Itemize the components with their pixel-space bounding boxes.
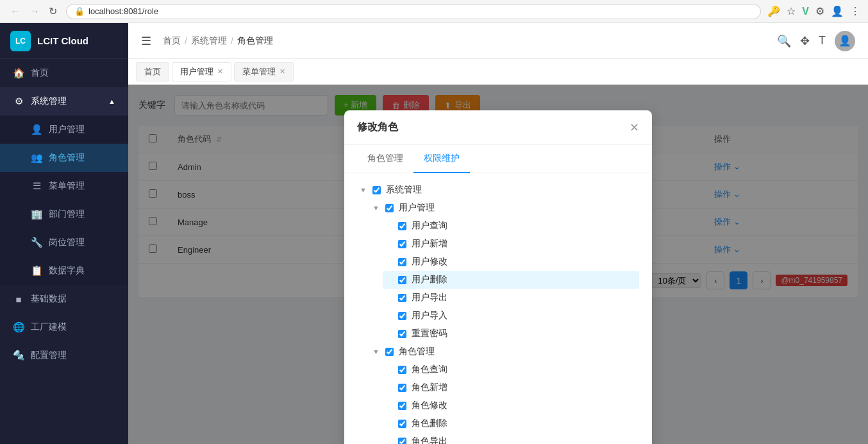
sidebar-item-menu-mgmt[interactable]: ☰ 菜单管理 [0, 172, 128, 200]
tree-checkbox[interactable] [398, 294, 406, 302]
tree-item-user-mgmt: ▼ 用户管理 [370, 199, 639, 217]
dept-icon: 🏢 [31, 209, 42, 220]
sidebar-logo: LC LCIT Cloud [0, 23, 128, 59]
factory-icon: 🌐 [13, 321, 24, 333]
basic-data-icon: ■ [13, 294, 24, 305]
sidebar-item-data-dict[interactable]: 📋 数据字典 [0, 257, 128, 285]
tree-item-user-export: 用户导出 [383, 289, 639, 307]
breadcrumb-home[interactable]: 首页 [163, 35, 181, 47]
breadcrumb-sep-1: / [185, 36, 187, 46]
tree-item-role-delete: 角色删除 [383, 414, 639, 432]
sidebar-item-label: 工厂建模 [31, 321, 67, 333]
logo-abbr: LC [15, 37, 26, 46]
tab-menu-mgmt-close[interactable]: ✕ [280, 67, 285, 76]
browser-icons: 🔑 ☆ V ⚙ 👤 ⋮ [767, 5, 860, 17]
config-icon: 🔩 [13, 350, 24, 361]
sidebar-item-label: 部门管理 [49, 209, 85, 220]
menu-icon[interactable]: ⋮ [850, 5, 860, 17]
address-bar[interactable]: 🔒 localhost:8081/role [66, 4, 761, 19]
tree-checkbox[interactable] [398, 240, 406, 248]
modal-close-button[interactable]: ✕ [630, 122, 639, 133]
tab-bar: 首页 用户管理 ✕ 菜单管理 ✕ [128, 59, 868, 85]
tree-checkbox[interactable] [385, 348, 394, 356]
sidebar-item-basic-data[interactable]: ■ 基础数据 [0, 285, 128, 313]
tree-toggle[interactable]: ▼ [360, 186, 372, 194]
avatar[interactable]: 👤 [835, 31, 855, 51]
sidebar-item-post-mgmt[interactable]: 🔧 岗位管理 [0, 228, 128, 257]
fullscreen-icon[interactable]: ✥ [800, 34, 810, 48]
tree-item-user-import: 用户导入 [383, 307, 639, 325]
tree-checkbox[interactable] [398, 384, 406, 392]
sidebar-item-home[interactable]: 🏠 首页 [0, 59, 128, 87]
tree-checkbox[interactable] [398, 366, 406, 374]
sidebar-item-config[interactable]: 🔩 配置管理 [0, 341, 128, 370]
breadcrumb-current: 角色管理 [237, 35, 273, 47]
star-icon[interactable]: ☆ [787, 5, 796, 17]
tab-menu-mgmt[interactable]: 菜单管理 ✕ [234, 62, 294, 81]
sidebar-item-system[interactable]: ⚙ 系统管理 ▲ [0, 87, 128, 115]
modal-tab-permission[interactable]: 权限维护 [413, 145, 470, 173]
tree-label: 重置密码 [412, 328, 447, 339]
sidebar-item-dept-mgmt[interactable]: 🏢 部门管理 [0, 200, 128, 228]
profile-icon[interactable]: 👤 [831, 5, 844, 17]
tree-toggle[interactable]: ▼ [372, 204, 385, 212]
tree-checkbox[interactable] [372, 186, 381, 194]
tree-checkbox[interactable] [398, 258, 406, 266]
tab-user-mgmt[interactable]: 用户管理 ✕ [172, 62, 231, 81]
content-area: 关键字 + 新增 🗑 删除 ⬆ 导出 [128, 85, 868, 444]
post-icon: 🔧 [31, 237, 42, 248]
back-button[interactable]: ← [8, 4, 23, 19]
tree-label: 角色修改 [412, 400, 447, 411]
tab-user-mgmt-close[interactable]: ✕ [217, 67, 223, 76]
sidebar-item-role-mgmt[interactable]: 👥 角色管理 [0, 144, 128, 172]
tree-checkbox[interactable] [398, 222, 406, 230]
font-size-icon[interactable]: T [819, 34, 826, 47]
tree-toggle[interactable]: ▼ [372, 348, 385, 355]
key-icon[interactable]: 🔑 [767, 5, 780, 17]
tree-item-user-delete: 用户删除 [383, 271, 639, 289]
tree-label: 角色新增 [412, 382, 447, 393]
app-container: LC LCIT Cloud 🏠 首页 ⚙ 系统管理 ▲ 👤 用户管理 [0, 23, 868, 444]
tree-checkbox[interactable] [385, 204, 394, 212]
sidebar-item-label: 首页 [31, 67, 49, 79]
chevron-up-icon: ▲ [108, 98, 115, 105]
tree-label: 用户修改 [412, 256, 447, 268]
sidebar-item-label: 系统管理 [31, 96, 67, 107]
tree-checkbox[interactable] [398, 330, 406, 338]
tree-checkbox[interactable] [398, 402, 406, 410]
tree-item-role-mgmt: ▼ 角色管理 [370, 343, 639, 361]
search-icon[interactable]: 🔍 [777, 34, 791, 48]
tree-checkbox[interactable] [398, 420, 406, 428]
modal-body: ▼ 系统管理 ▼ 用户管理 [344, 173, 652, 444]
tree-item-role-edit: 角色修改 [383, 397, 639, 414]
tab-home[interactable]: 首页 [136, 62, 169, 81]
tree-label: 角色删除 [412, 418, 447, 429]
tree-item-user-edit: 用户修改 [383, 253, 639, 271]
sidebar-item-user-mgmt[interactable]: 👤 用户管理 [0, 115, 128, 144]
tree-label: 角色查询 [412, 364, 447, 375]
tree-checkbox[interactable] [398, 312, 406, 320]
header: ☰ 首页 / 系统管理 / 角色管理 🔍 ✥ T 👤 [128, 23, 868, 59]
modal-tab-role-mgmt-label: 角色管理 [367, 153, 403, 163]
tree-label: 用户管理 [399, 202, 435, 214]
hamburger-button[interactable]: ☰ [141, 34, 151, 48]
modal-tab-role-mgmt[interactable]: 角色管理 [357, 145, 413, 173]
system-icon: ⚙ [13, 96, 24, 107]
tree-checkbox[interactable] [398, 276, 406, 284]
tree-checkbox[interactable] [398, 438, 406, 445]
tree-label: 用户新增 [412, 238, 447, 250]
modal-title: 修改角色 [357, 121, 398, 134]
sidebar-sub-system: 👤 用户管理 👥 角色管理 ☰ 菜单管理 🏢 部门管理 🔧 岗位管理 [0, 115, 128, 285]
reload-button[interactable]: ↻ [46, 4, 60, 19]
tree-item-role-query: 角色查询 [383, 361, 639, 379]
tree-label: 用户导入 [412, 310, 447, 321]
url-text: localhost:8081/role [88, 6, 158, 16]
breadcrumb-system[interactable]: 系统管理 [191, 35, 227, 47]
sidebar-item-factory[interactable]: 🌐 工厂建模 [0, 313, 128, 341]
tree-item-user-add: 用户新增 [383, 235, 639, 253]
extension-icon[interactable]: ⚙ [815, 5, 824, 17]
sidebar-menu: 🏠 首页 ⚙ 系统管理 ▲ 👤 用户管理 👥 角色管理 ☰ [0, 59, 128, 444]
sidebar-item-label: 数据字典 [49, 265, 85, 277]
forward-button[interactable]: → [27, 4, 42, 19]
tree-label: 用户导出 [412, 292, 447, 303]
